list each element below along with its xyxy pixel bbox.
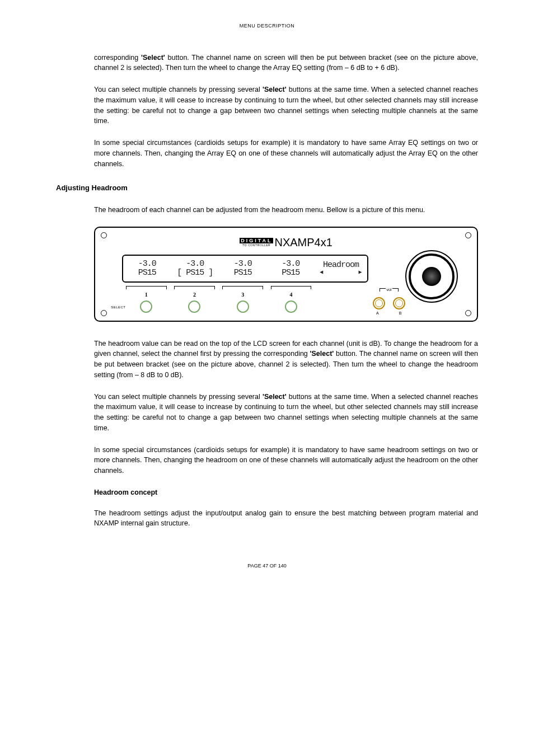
select-cell-spacer: [315, 286, 368, 313]
product-name: NXAMP4x1: [274, 234, 332, 251]
volume-cluster: vol A B: [369, 287, 409, 317]
lcd-channel-2: -3.0 [ PS15 ]: [171, 256, 218, 281]
device-panel: DIGITAL TD CONTROLLER NXAMP4x1 -3.0 PS15…: [94, 227, 478, 322]
bracket-icon: [392, 288, 399, 292]
vol-button-a[interactable]: [373, 297, 385, 309]
channel-number-3: 3: [219, 290, 267, 299]
select-cell-4: 4: [267, 286, 315, 313]
screw-icon: [101, 310, 107, 316]
vol-button-b[interactable]: [393, 297, 405, 309]
channel-number-4: 4: [267, 290, 315, 299]
jog-wheel[interactable]: [405, 250, 458, 303]
lcd-menu-title: Headroom ◀ ▶: [315, 256, 367, 281]
heading-adjusting-headroom: Adjusting Headroom: [56, 182, 478, 194]
device-top-row: DIGITAL TD CONTROLLER NXAMP4x1: [103, 232, 469, 252]
select-cell-3: 3: [219, 286, 267, 313]
lcd-channel-4: -3.0 PS15: [266, 256, 314, 281]
lcd-channel-1: -3.0 PS15: [123, 256, 171, 281]
p2-text-a: You can select multiple channels by pres…: [94, 86, 263, 93]
bracket-icon: [222, 286, 263, 289]
select-label: SELECT: [111, 305, 125, 310]
paragraph-2: You can select multiple channels by pres…: [94, 84, 478, 126]
select-button-3[interactable]: [237, 300, 249, 313]
vol-letter-b: B: [399, 311, 402, 317]
heading-headroom-concept: Headroom concept: [94, 487, 478, 498]
screw-icon: [465, 310, 471, 316]
vol-label-row: vol: [369, 287, 409, 293]
p6-text-a: You can select multiple channels by pres…: [94, 393, 263, 401]
paragraph-8: The headroom settings adjust the input/o…: [94, 508, 478, 529]
lcd-ch2-name: [ PS15 ]: [177, 269, 213, 278]
paragraph-5: The headroom value can be read on the to…: [94, 339, 478, 381]
p1-bold: 'Select': [141, 54, 165, 62]
lcd-screen: -3.0 PS15 -3.0 [ PS15 ] -3.0 PS15 -3.0 P…: [122, 255, 368, 283]
lcd-ch1-value: -3.0: [138, 260, 156, 269]
lcd-ch1-name: PS15: [138, 269, 156, 278]
brand-logo: DIGITAL TD CONTROLLER: [240, 238, 273, 247]
channel-number-1: 1: [122, 290, 170, 299]
lcd-arrows: ◀ ▶: [320, 270, 362, 276]
lcd-menu-text: Headroom: [323, 261, 359, 270]
vol-letter-a: A: [376, 311, 379, 317]
p5-bold: 'Select': [310, 350, 334, 358]
bracket-icon: [271, 286, 312, 289]
select-cell-1: 1 SELECT: [122, 286, 170, 313]
paragraph-1: corresponding 'Select' button. The chann…: [94, 53, 478, 74]
bracket-icon: [126, 286, 167, 289]
select-row: 1 SELECT 2 3 4: [122, 286, 368, 313]
arrow-left-icon: ◀: [320, 270, 323, 276]
select-button-1[interactable]: SELECT: [140, 300, 152, 313]
knob-inner-icon: [375, 299, 383, 307]
p1-text-a: corresponding: [94, 54, 141, 62]
logo-text-top: DIGITAL: [240, 238, 273, 243]
lcd-ch2-value: -3.0: [186, 260, 204, 269]
logo-text-sub: TD CONTROLLER: [240, 243, 273, 247]
select-button-2[interactable]: [188, 300, 200, 313]
p2-bold: 'Select': [263, 86, 287, 93]
channel-number-2: 2: [170, 290, 218, 299]
wheel-center-icon: [422, 267, 441, 286]
screw-icon: [101, 232, 107, 238]
lcd-ch4-value: -3.0: [282, 260, 299, 269]
select-button-4[interactable]: [285, 300, 297, 313]
lcd-ch3-name: PS15: [234, 269, 252, 278]
paragraph-3: In some special circumstances (cardioids…: [94, 138, 478, 169]
bracket-icon: [174, 286, 215, 289]
p6-bold: 'Select': [263, 393, 287, 401]
page-footer: PAGE 47 OF 140: [56, 562, 478, 570]
screw-icon: [465, 232, 471, 238]
page-header: MENU DESCRIPTION: [56, 22, 478, 30]
vol-label: vol: [387, 287, 392, 293]
arrow-right-icon: ▶: [359, 270, 362, 276]
knob-inner-icon: [395, 299, 403, 307]
paragraph-4: The headroom of each channel can be adju…: [94, 205, 478, 215]
paragraph-7: In some special circumstances (cardioids…: [94, 445, 478, 476]
paragraph-6: You can select multiple channels by pres…: [94, 392, 478, 434]
lcd-ch4-name: PS15: [282, 269, 299, 278]
lcd-channel-3: -3.0 PS15: [219, 256, 266, 281]
lcd-ch3-value: -3.0: [234, 260, 252, 269]
select-cell-2: 2: [170, 286, 218, 313]
device-figure: DIGITAL TD CONTROLLER NXAMP4x1 -3.0 PS15…: [94, 227, 478, 322]
bracket-icon: [380, 288, 386, 292]
